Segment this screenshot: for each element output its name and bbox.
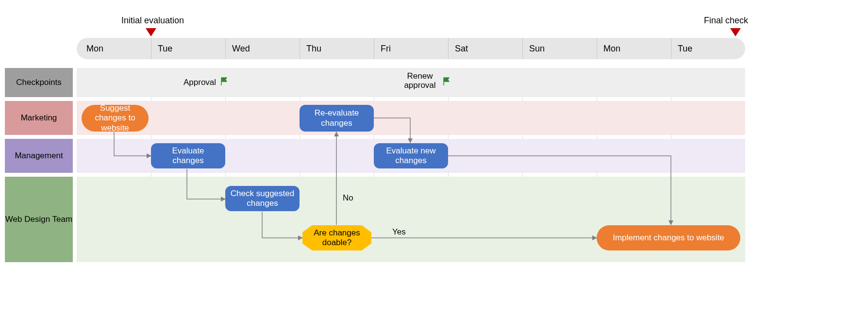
checkpoint-renew-label: Renew approval	[403, 72, 437, 90]
swimlane-diagram: Initial evaluation Final check Mon Tue W…	[0, 0, 868, 317]
edge-label-no: No	[343, 193, 353, 203]
day-divider	[374, 38, 374, 59]
day-label: Tue	[678, 38, 692, 59]
node-suggest: Suggest changes to website	[82, 105, 149, 132]
day-label: Sun	[529, 38, 545, 59]
day-divider	[597, 38, 597, 59]
node-implement: Implement changes to website	[597, 225, 740, 250]
lane-header-checkpoints: Checkpoints	[5, 68, 73, 97]
lane-header-management: Management	[5, 139, 73, 173]
flag-icon	[442, 77, 451, 86]
node-decision: Are changes doable?	[302, 225, 371, 250]
lane-header-webdesign: Web Design Team	[5, 177, 73, 262]
milestone-marker-initial	[146, 28, 156, 36]
day-label: Wed	[232, 38, 250, 59]
day-label: Mon	[86, 38, 103, 59]
node-eval-new: Evaluate new changes	[374, 143, 448, 168]
flag-icon	[219, 77, 229, 86]
milestone-label-final: Final check	[704, 16, 748, 26]
milestone-marker-final	[730, 28, 741, 36]
day-divider	[151, 38, 151, 59]
edge-label-yes: Yes	[392, 227, 406, 237]
node-check: Check suggested changes	[225, 186, 300, 211]
day-divider	[448, 38, 449, 59]
day-label: Fri	[381, 38, 391, 59]
lane-body-marketing	[77, 101, 745, 135]
day-divider	[522, 38, 523, 59]
milestone-label-initial: Initial evaluation	[121, 16, 184, 26]
day-label: Tue	[158, 38, 172, 59]
node-evaluate: Evaluate changes	[151, 143, 225, 168]
day-label: Sat	[455, 38, 468, 59]
day-divider	[300, 38, 300, 59]
day-label: Mon	[603, 38, 620, 59]
node-reeval: Re-evaluate changes	[300, 105, 374, 132]
day-divider	[225, 38, 226, 59]
day-divider	[671, 38, 671, 59]
day-label: Thu	[306, 38, 321, 59]
lane-header-marketing: Marketing	[5, 101, 73, 135]
day-bar	[77, 38, 745, 59]
checkpoint-approval-label: Approval	[184, 78, 216, 87]
